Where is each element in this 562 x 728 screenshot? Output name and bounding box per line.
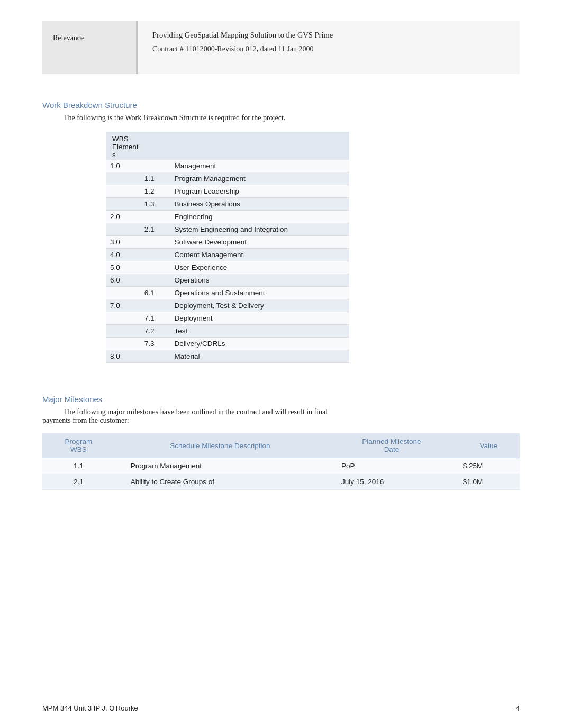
wbs-sub-empty <box>134 350 170 363</box>
relevance-label: Relevance <box>42 21 138 74</box>
wbs-row: 7.1Deployment <box>106 312 349 325</box>
relevance-content: Providing GeoSpatial Mapping Solution to… <box>138 21 520 74</box>
milestone-value: $.25M <box>458 458 520 474</box>
wbs-num-main: 8.0 <box>106 350 134 363</box>
wbs-sub-empty <box>134 274 170 287</box>
wbs-main-empty <box>106 223 134 236</box>
wbs-row: 4.0Content Management <box>106 249 349 261</box>
wbs-row: 1.2Program Leadership <box>106 185 349 198</box>
wbs-main-empty <box>106 185 134 198</box>
wbs-name: Test <box>170 325 349 338</box>
relevance-subtitle: Contract # 11012000-Revision 012, dated … <box>152 45 507 53</box>
wbs-name: Program Management <box>170 172 349 185</box>
milestones-col1-header: Program WBS <box>42 433 115 458</box>
wbs-row: 2.1System Engineering and Integration <box>106 223 349 236</box>
milestone-description: Ability to Create Groups of <box>115 474 325 490</box>
wbs-name: Business Operations <box>170 198 349 211</box>
wbs-row: 2.0Engineering <box>106 211 349 223</box>
wbs-num-sub: 7.3 <box>134 338 170 350</box>
wbs-main-empty <box>106 325 134 338</box>
wbs-name: Material <box>170 350 349 363</box>
milestones-intro-cont: payments from the customer: <box>42 416 520 425</box>
wbs-name: Delivery/CDRLs <box>170 338 349 350</box>
wbs-num-sub: 2.1 <box>134 223 170 236</box>
footer-left: MPM 344 Unit 3 IP J. O'Rourke <box>42 704 138 712</box>
wbs-main-empty <box>106 287 134 299</box>
milestone-wbs: 2.1 <box>42 474 115 490</box>
wbs-name: Software Development <box>170 236 349 249</box>
wbs-sub-empty <box>134 261 170 274</box>
wbs-num-main: 7.0 <box>106 299 134 312</box>
page-footer: MPM 344 Unit 3 IP J. O'Rourke 4 <box>42 704 520 712</box>
milestones-intro: The following major milestones have been… <box>64 408 520 416</box>
wbs-table: WBS Element s 1.0Management1.1Program Ma… <box>106 132 349 363</box>
wbs-col-header: WBS Element s <box>106 132 170 160</box>
milestones-section: Major Milestones The following major mil… <box>42 395 520 490</box>
wbs-intro: The following is the Work Breakdown Stru… <box>64 114 520 122</box>
milestones-table: Program WBS Schedule Milestone Descripti… <box>42 433 520 490</box>
wbs-row: 7.2Test <box>106 325 349 338</box>
milestones-heading: Major Milestones <box>42 395 520 404</box>
wbs-row: 8.0Material <box>106 350 349 363</box>
wbs-name: User Experience <box>170 261 349 274</box>
milestones-col3-header: Planned Milestone Date <box>325 433 458 458</box>
wbs-num-main: 2.0 <box>106 211 134 223</box>
wbs-row: 5.0User Experience <box>106 261 349 274</box>
wbs-name: System Engineering and Integration <box>170 223 349 236</box>
wbs-num-sub: 1.1 <box>134 172 170 185</box>
wbs-name: Engineering <box>170 211 349 223</box>
wbs-num-main: 4.0 <box>106 249 134 261</box>
wbs-table-wrapper: WBS Element s 1.0Management1.1Program Ma… <box>106 132 498 363</box>
milestones-col4-header: Value <box>458 433 520 458</box>
wbs-name: Program Leadership <box>170 185 349 198</box>
milestone-date: PoP <box>325 458 458 474</box>
relevance-section: Relevance Providing GeoSpatial Mapping S… <box>42 21 520 74</box>
wbs-name: Management <box>170 160 349 172</box>
wbs-sub-empty <box>134 299 170 312</box>
wbs-sub-empty <box>134 249 170 261</box>
milestone-description: Program Management <box>115 458 325 474</box>
milestone-value: $1.0M <box>458 474 520 490</box>
wbs-row: 3.0Software Development <box>106 236 349 249</box>
wbs-name: Content Management <box>170 249 349 261</box>
wbs-num-main: 1.0 <box>106 160 134 172</box>
wbs-main-empty <box>106 338 134 350</box>
milestone-date: July 15, 2016 <box>325 474 458 490</box>
wbs-main-empty <box>106 172 134 185</box>
wbs-num-sub: 1.2 <box>134 185 170 198</box>
milestone-wbs: 1.1 <box>42 458 115 474</box>
wbs-main-empty <box>106 312 134 325</box>
wbs-row: 6.0Operations <box>106 274 349 287</box>
wbs-main-empty <box>106 198 134 211</box>
wbs-name: Deployment, Test & Delivery <box>170 299 349 312</box>
wbs-tbody: 1.0Management1.1Program Management1.2Pro… <box>106 160 349 363</box>
page: Relevance Providing GeoSpatial Mapping S… <box>0 0 562 728</box>
wbs-num-sub: 7.1 <box>134 312 170 325</box>
wbs-num-sub: 6.1 <box>134 287 170 299</box>
footer-right: 4 <box>516 704 520 712</box>
wbs-num-main: 5.0 <box>106 261 134 274</box>
relevance-title: Providing GeoSpatial Mapping Solution to… <box>152 31 507 40</box>
wbs-name: Operations <box>170 274 349 287</box>
wbs-name: Operations and Sustainment <box>170 287 349 299</box>
wbs-row: 1.1Program Management <box>106 172 349 185</box>
wbs-sub-empty <box>134 211 170 223</box>
wbs-row: 1.3Business Operations <box>106 198 349 211</box>
wbs-name: Deployment <box>170 312 349 325</box>
wbs-num-sub: 1.3 <box>134 198 170 211</box>
wbs-num-sub: 7.2 <box>134 325 170 338</box>
wbs-row: 1.0Management <box>106 160 349 172</box>
wbs-row: 7.0Deployment, Test & Delivery <box>106 299 349 312</box>
wbs-section: Work Breakdown Structure The following i… <box>42 101 520 363</box>
wbs-row: 6.1Operations and Sustainment <box>106 287 349 299</box>
wbs-num-main: 6.0 <box>106 274 134 287</box>
wbs-sub-empty <box>134 160 170 172</box>
milestones-row: 2.1Ability to Create Groups ofJuly 15, 2… <box>42 474 520 490</box>
wbs-row: 7.3Delivery/CDRLs <box>106 338 349 350</box>
milestones-row: 1.1Program ManagementPoP$.25M <box>42 458 520 474</box>
milestones-col2-header: Schedule Milestone Description <box>115 433 325 458</box>
wbs-col-name-header <box>170 132 349 160</box>
wbs-sub-empty <box>134 236 170 249</box>
milestones-tbody: 1.1Program ManagementPoP$.25M2.1Ability … <box>42 458 520 490</box>
wbs-num-main: 3.0 <box>106 236 134 249</box>
